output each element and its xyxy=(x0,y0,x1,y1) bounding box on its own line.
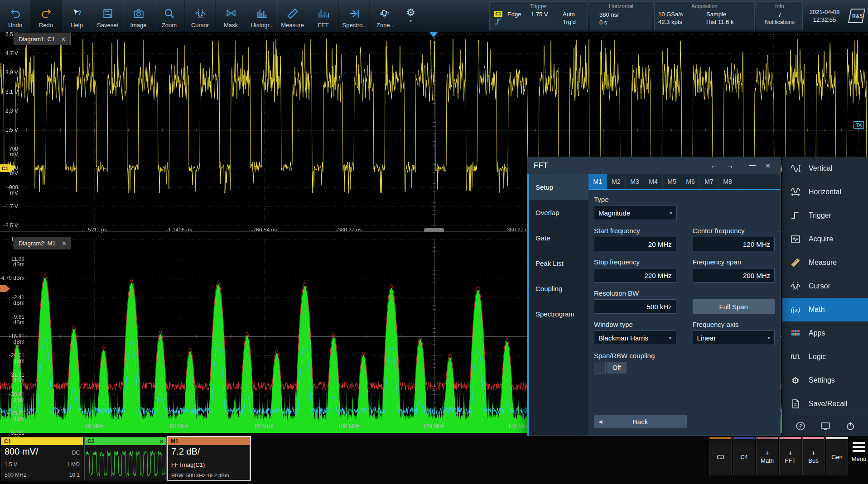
fft-label: FFT xyxy=(318,22,329,28)
center-frequency-input[interactable]: 120 MHz xyxy=(693,237,775,251)
type-select[interactable]: Magnitude ▾ xyxy=(594,206,677,220)
stop-frequency-label: Stop frequency xyxy=(594,258,676,266)
zoom-button[interactable]: Zoom xyxy=(154,0,185,32)
window-type-select[interactable]: Blackman Harris ▾ xyxy=(594,331,676,345)
menu-button[interactable]: Menu xyxy=(848,442,868,462)
svg-text:R&S: R&S xyxy=(852,13,863,19)
fft-nav-coupling[interactable]: Coupling xyxy=(529,276,588,301)
diagram1-close-icon[interactable]: × xyxy=(61,36,65,43)
tab-m8[interactable]: M8 xyxy=(719,174,737,189)
span-rbw-coupling-toggle[interactable] xyxy=(594,362,606,374)
fft-dialog-titlebar[interactable]: FFT ← → × xyxy=(527,157,780,174)
channel1-widget[interactable]: C1 800 mV/ DC 1.5 V 1 MΩ 500 MHz 10:1 xyxy=(1,437,83,480)
sidebar-item-save-recall[interactable]: Save/Recall xyxy=(782,392,868,416)
diagram2-close-icon[interactable]: × xyxy=(62,240,66,247)
tab-m2[interactable]: M2 xyxy=(607,174,626,189)
resolution-bw-input[interactable]: 500 kHz xyxy=(594,299,676,314)
info-status-box[interactable]: Info 7 Notifications xyxy=(757,1,803,30)
mask-button[interactable]: Mask xyxy=(216,0,246,32)
vertical-icon xyxy=(789,163,802,174)
fft-nav-spectrogram[interactable]: Spectrogram xyxy=(529,301,588,326)
acquisition-status-box[interactable]: Acquisition 10 GSa/s Sample 42.3 kpts Hi… xyxy=(654,1,755,30)
math1-rbw-detail: RBW: 500 kHz 19.2 dBm xyxy=(171,473,229,478)
gear-icon: ⚙ xyxy=(789,374,802,386)
diagram1-tab-label: Diagram1: C1 xyxy=(19,36,55,43)
sidebar-item-settings[interactable]: ⚙ Settings xyxy=(782,369,868,392)
stop-frequency-input[interactable]: 220 MHz xyxy=(594,268,676,283)
sidebar-label: Cursor xyxy=(809,282,830,290)
tab-m5[interactable]: M5 xyxy=(663,174,681,189)
diagram1-tab[interactable]: Diagram1: C1 × xyxy=(14,33,71,45)
math-channel-tabs: M1 M2 M3 M4 M5 M6 M7 M8 xyxy=(588,174,780,190)
dialog-history-back-icon[interactable]: ← xyxy=(709,161,720,171)
trigger-status-box[interactable]: Trigger C1 Edge 1.75 V Auto Trg'd xyxy=(489,1,588,30)
diagram2-tab[interactable]: Diagram2: M1 × xyxy=(14,237,71,249)
tab-m7[interactable]: M7 xyxy=(700,174,719,189)
fft-nav-setup[interactable]: Setup xyxy=(529,174,588,200)
gen-tile[interactable]: Gen xyxy=(826,437,848,475)
start-frequency-label: Start frequency xyxy=(594,227,676,235)
trigger-edge-icon xyxy=(495,18,502,25)
spectrogram-button[interactable]: Spectro.. xyxy=(339,0,370,32)
sidebar-item-math[interactable]: f(x) Math xyxy=(782,298,868,321)
sidebar-item-acquire[interactable]: Acquire xyxy=(782,227,868,251)
channel4-tile[interactable]: C4 xyxy=(733,437,755,475)
channel2-close-icon[interactable]: × xyxy=(160,438,164,445)
sidebar-item-horizontal[interactable]: Horizontal xyxy=(782,180,868,204)
math1-widget[interactable]: M1 7.2 dB/ FFTmag(C1) RBW: 500 kHz 19.2 … xyxy=(168,437,250,480)
frequency-axis-select[interactable]: Linear ▾ xyxy=(693,331,775,345)
dialog-minimize-icon[interactable] xyxy=(747,161,758,171)
sidebar-label: Math xyxy=(809,306,825,314)
fft-nav-gate[interactable]: Gate xyxy=(529,225,588,250)
fft-nav-overlap[interactable]: Overlap xyxy=(529,200,588,225)
signal-bar: C1 800 mV/ DC 1.5 V 1 MΩ 500 MHz 10:1 C xyxy=(0,436,868,484)
horizontal-icon xyxy=(789,186,802,198)
sidebar-item-logic[interactable]: Logic xyxy=(782,345,868,369)
notification-count: 7 xyxy=(778,11,781,19)
zone-button[interactable]: Zone.. xyxy=(370,0,400,32)
dialog-history-forward-icon[interactable]: → xyxy=(724,161,736,171)
chevron-down-icon: ▾ xyxy=(670,210,672,216)
sidebar-item-vertical[interactable]: Vertical xyxy=(782,157,868,180)
sidebar-item-measure[interactable]: Measure xyxy=(782,251,868,274)
tab-m3[interactable]: M3 xyxy=(626,174,644,189)
sidebar-label: Trigger xyxy=(809,211,831,220)
back-button[interactable]: ◀ Back xyxy=(594,415,687,428)
fft-button[interactable]: FFT xyxy=(308,0,339,32)
diagram-divider-handle[interactable] xyxy=(424,228,444,232)
span-rbw-coupling-value[interactable]: Off xyxy=(607,362,627,374)
tab-m6[interactable]: M6 xyxy=(681,174,700,189)
tab-m1[interactable]: M1 xyxy=(588,174,607,189)
cursor-wave-icon xyxy=(789,280,802,292)
redo-button[interactable]: Redo xyxy=(31,0,62,32)
horizontal-status-box[interactable]: Horizontal 380 ns/ 0 s xyxy=(590,1,652,30)
power-icon[interactable] xyxy=(845,421,856,431)
saveset-button[interactable]: Saveset xyxy=(92,0,123,32)
histogram-button[interactable]: Histogr.. xyxy=(246,0,277,32)
toolbar-setup-button[interactable]: ⚙ ▾ xyxy=(400,0,421,32)
add-math-tile[interactable]: + Math xyxy=(756,437,778,475)
channel3-tile[interactable]: C3 xyxy=(709,437,732,475)
sidebar-item-trigger[interactable]: Trigger xyxy=(782,204,868,227)
fft-nav-peak-list[interactable]: Peak List xyxy=(529,250,588,276)
sidebar-item-cursor[interactable]: Cursor xyxy=(782,274,868,298)
frequency-span-input[interactable]: 200 MHz xyxy=(693,268,775,283)
sidebar-item-apps[interactable]: Apps xyxy=(782,321,868,345)
undo-button[interactable]: Undo xyxy=(0,0,31,32)
start-frequency-input[interactable]: 20 MHz xyxy=(594,237,676,251)
cursor-button[interactable]: Cursor xyxy=(185,0,216,32)
ruler-icon xyxy=(287,7,299,20)
measure-button[interactable]: Measure xyxy=(277,0,308,32)
channel2-widget[interactable]: C2 × xyxy=(84,437,167,480)
tab-m4[interactable]: M4 xyxy=(644,174,663,189)
add-fft-tile[interactable]: + FFT xyxy=(779,437,801,475)
image-button[interactable]: Image xyxy=(123,0,154,32)
display-icon[interactable] xyxy=(820,421,831,431)
full-span-button[interactable]: Full Span xyxy=(693,299,775,314)
add-bus-tile[interactable]: + Bus xyxy=(802,437,825,475)
trigger-position-marker[interactable] xyxy=(429,32,438,38)
help-button[interactable]: ? Help xyxy=(62,0,92,32)
dialog-close-icon[interactable]: × xyxy=(762,161,774,171)
help-circle-icon[interactable]: ? xyxy=(795,421,806,431)
menu-label: Menu xyxy=(852,455,867,462)
